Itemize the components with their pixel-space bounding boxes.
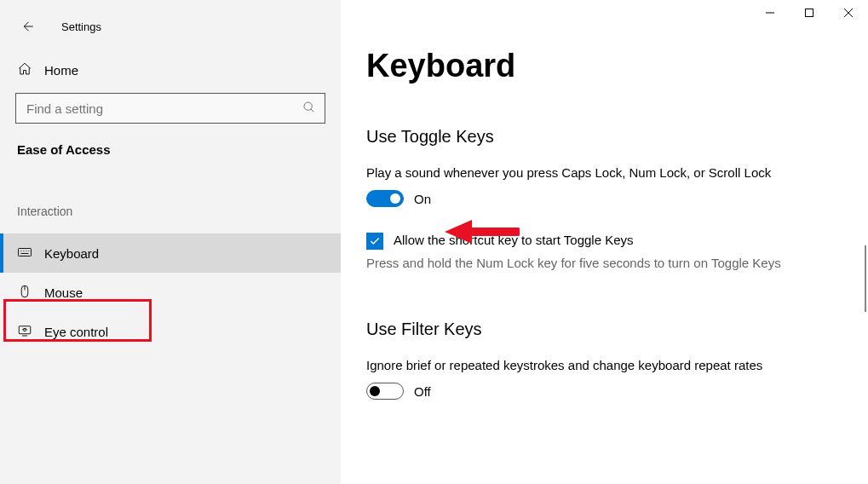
sidebar-header: Settings (0, 9, 341, 55)
toggle-keys-switch[interactable] (366, 190, 404, 207)
sidebar-item-keyboard[interactable]: Keyboard (0, 233, 341, 273)
sidebar-section-header: Ease of Access (0, 139, 341, 182)
sidebar-item-eye-control[interactable]: Eye control (0, 312, 341, 351)
eye-control-icon (17, 323, 32, 341)
mouse-icon (17, 284, 32, 302)
home-link[interactable]: Home (0, 55, 341, 86)
toggle-keys-description: Play a sound whenever you press Caps Loc… (366, 165, 854, 180)
back-button[interactable] (10, 14, 44, 39)
toggle-keys-switch-row: On (366, 190, 854, 207)
toggle-keys-shortcut-label: Allow the shortcut key to start Toggle K… (394, 233, 634, 247)
toggle-knob (390, 193, 400, 204)
toggle-keys-shortcut-hint: Press and hold the Num Lock key for five… (366, 255, 826, 272)
svg-point-4 (24, 328, 26, 331)
maximize-button[interactable] (790, 0, 829, 26)
main-content: Keyboard Use Toggle Keys Play a sound wh… (341, 0, 868, 484)
svg-rect-1 (19, 248, 32, 256)
filter-keys-switch-row: Off (366, 383, 854, 400)
filter-keys-heading: Use Filter Keys (366, 320, 854, 339)
search-container (15, 93, 325, 124)
scrollbar-thumb[interactable] (865, 245, 866, 312)
app-root: Settings Home Ease of Access Interaction… (0, 0, 868, 484)
keyboard-icon (17, 245, 32, 262)
close-button[interactable] (829, 0, 868, 26)
search-icon (302, 101, 316, 117)
window-title: Settings (61, 20, 101, 33)
sidebar-item-label: Eye control (44, 325, 108, 339)
search-box[interactable] (15, 93, 325, 124)
sidebar-item-label: Keyboard (44, 246, 99, 261)
filter-keys-state-label: Off (414, 384, 431, 399)
svg-rect-5 (806, 9, 813, 17)
search-input[interactable] (25, 101, 302, 117)
page-title: Keyboard (366, 48, 854, 84)
toggle-keys-shortcut-row: Allow the shortcut key to start Toggle K… (366, 233, 854, 250)
home-icon (17, 61, 32, 79)
toggle-keys-shortcut-checkbox[interactable] (366, 233, 383, 250)
toggle-keys-heading: Use Toggle Keys (366, 127, 854, 147)
sidebar-group-header: Interaction (0, 182, 341, 233)
sidebar-item-mouse[interactable]: Mouse (0, 273, 341, 312)
svg-rect-3 (19, 326, 31, 333)
toggle-knob (370, 386, 380, 396)
toggle-keys-state-label: On (414, 192, 431, 206)
home-label: Home (44, 63, 78, 78)
window-controls (750, 0, 868, 26)
filter-keys-switch[interactable] (366, 383, 404, 400)
filter-keys-description: Ignore brief or repeated keystrokes and … (366, 358, 854, 372)
minimize-button[interactable] (750, 0, 790, 26)
sidebar-item-label: Mouse (44, 285, 83, 300)
sidebar: Settings Home Ease of Access Interaction… (0, 0, 341, 484)
svg-point-0 (304, 102, 312, 110)
